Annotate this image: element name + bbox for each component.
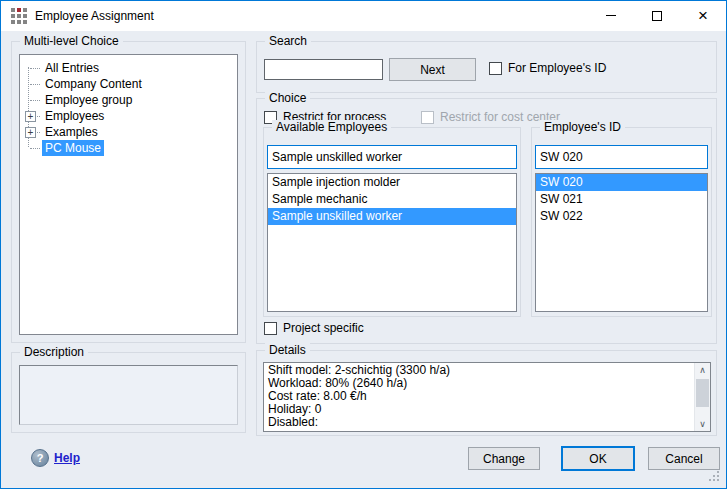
choice-group-label: Choice	[265, 91, 310, 105]
description-box	[19, 365, 238, 425]
list-item-label: SW 020	[540, 175, 583, 189]
list-item-label: Sample mechanic	[272, 192, 367, 206]
app-icon	[11, 8, 27, 24]
minimize-icon	[606, 15, 616, 16]
list-item[interactable]: SW 020	[536, 174, 707, 191]
list-item-label: Sample injection molder	[272, 175, 400, 189]
available-employee-input[interactable]	[267, 145, 517, 169]
scroll-down-icon[interactable]	[695, 417, 710, 431]
tree-item-label: PC Mouse	[42, 140, 104, 156]
ok-button[interactable]: OK	[561, 446, 635, 471]
list-item[interactable]: Sample injection molder	[268, 174, 516, 191]
tree-item[interactable]: PC Mouse	[22, 140, 235, 156]
details-line: Cost rate: 8.00 €/h	[268, 390, 690, 403]
details-line: Disabled:	[268, 416, 690, 429]
tree-item-label: Employees	[42, 108, 107, 124]
multi-level-choice-label: Multi-level Choice	[20, 34, 123, 48]
tree-item-label: All Entries	[42, 60, 102, 76]
close-icon	[698, 11, 708, 21]
window-title: Employee Assignment	[35, 1, 154, 31]
tree-item-label: Company Content	[42, 76, 145, 92]
details-text: Shift model: 2-schichtig (3300 h/a) Work…	[264, 363, 694, 431]
description-group: Description	[11, 352, 246, 433]
tree-item[interactable]: Examples	[22, 124, 235, 140]
search-group: Search Next For Employee's ID	[256, 41, 717, 93]
expand-plus-icon[interactable]	[25, 127, 36, 138]
tree-item-label: Examples	[42, 124, 101, 140]
choice-group: Choice Restrict for process Restrict for…	[256, 98, 717, 344]
details-line: Holiday: 0	[268, 403, 690, 416]
details-group: Details Shift model: 2-schichtig (3300 h…	[256, 350, 717, 436]
tree-item[interactable]: Company Content	[22, 76, 235, 92]
expand-plus-icon[interactable]	[25, 111, 36, 122]
titlebar[interactable]: Employee Assignment	[1, 1, 726, 31]
change-button[interactable]: Change	[468, 447, 540, 470]
project-specific-checkbox[interactable]	[264, 322, 277, 335]
scrollbar-thumb[interactable]	[696, 379, 709, 407]
list-item-label: SW 022	[540, 209, 583, 223]
restrict-for-cost-center-checkbox	[421, 111, 434, 124]
next-button[interactable]: Next	[389, 58, 476, 81]
available-employees-list[interactable]: Sample injection molder Sample mechanic …	[267, 173, 517, 312]
window-controls	[588, 1, 726, 31]
available-employees-label: Available Employees	[272, 120, 391, 134]
tree-item-label: Employee group	[42, 92, 135, 108]
list-item[interactable]: SW 021	[536, 191, 707, 208]
cancel-button[interactable]: Cancel	[648, 447, 720, 470]
employee-assignment-dialog: Employee Assignment Multi-level Choice A…	[0, 0, 727, 489]
close-button[interactable]	[680, 1, 726, 30]
tree-item[interactable]: All Entries	[22, 60, 235, 76]
available-employees-group: Available Employees Sample injection mol…	[263, 127, 521, 317]
tree-item[interactable]: Employees	[22, 108, 235, 124]
details-label: Details	[265, 343, 310, 357]
project-specific-label: Project specific	[283, 320, 364, 336]
employee-id-input[interactable]	[535, 145, 708, 169]
multi-level-choice-group: Multi-level Choice All Entries Company C…	[11, 41, 246, 343]
help-icon[interactable]	[31, 449, 49, 467]
maximize-button[interactable]	[634, 1, 680, 30]
employees-id-group: Employee's ID SW 020 SW 021 SW 022	[531, 127, 712, 317]
scroll-up-icon[interactable]	[695, 363, 710, 377]
list-item[interactable]: Sample mechanic	[268, 191, 516, 208]
tree-item[interactable]: Employee group	[22, 92, 235, 108]
for-employees-id-label: For Employee's ID	[508, 60, 606, 76]
search-input[interactable]	[264, 59, 383, 80]
list-item-label: Sample unskilled worker	[272, 209, 402, 223]
details-scrollbar[interactable]	[694, 363, 710, 431]
list-item[interactable]: SW 022	[536, 208, 707, 225]
list-item[interactable]: Sample unskilled worker	[268, 208, 516, 225]
maximize-icon	[652, 11, 662, 21]
resize-grip[interactable]	[709, 471, 721, 483]
search-group-label: Search	[265, 34, 311, 48]
list-item-label: SW 021	[540, 192, 583, 206]
help-link[interactable]: Help	[54, 450, 80, 466]
details-box: Shift model: 2-schichtig (3300 h/a) Work…	[263, 362, 711, 432]
employees-id-list[interactable]: SW 020 SW 021 SW 022	[535, 173, 708, 312]
multi-level-tree[interactable]: All Entries Company Content Employee gro…	[19, 54, 238, 335]
minimize-button[interactable]	[588, 1, 634, 30]
employees-id-label: Employee's ID	[540, 120, 625, 134]
for-employees-id-checkbox[interactable]	[489, 62, 502, 75]
description-label: Description	[20, 345, 88, 359]
